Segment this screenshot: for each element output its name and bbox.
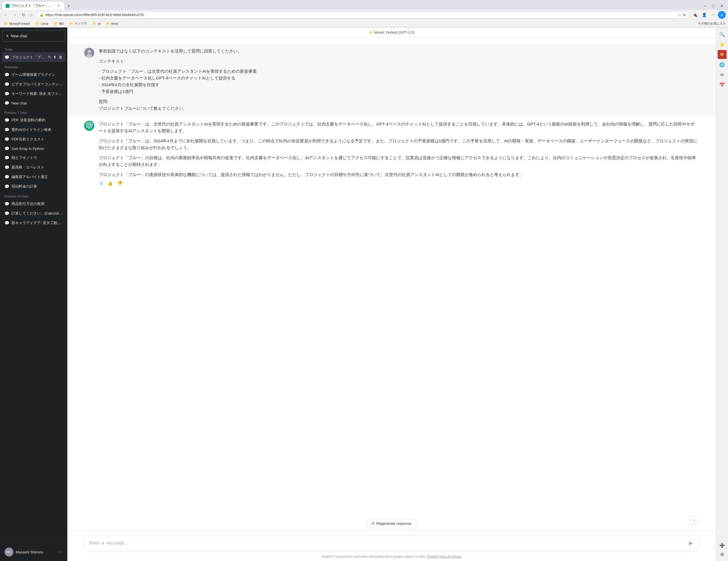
bookmark-item-ms[interactable]: 📁 MS: [52, 21, 66, 26]
chat-item-chara[interactable]: 💬 新キャラアイデア: 宮大工動物王子: [2, 218, 65, 228]
chat-actions: ✎ ⬆ 🗑: [47, 54, 63, 60]
copy-message-button[interactable]: ⧉: [99, 180, 104, 186]
chat-item-proj-blue[interactable]: 💬 プロジェクト「ブルー」概要 ✎ ⬆ 🗑: [2, 52, 65, 62]
chat-item-mountain[interactable]: 💬 最高峰：エベレスト: [2, 162, 65, 172]
chat-item-lodging[interactable]: 💬 宿泊料金の計算: [2, 182, 65, 191]
web-icon[interactable]: 🌐: [718, 60, 727, 69]
star-icon[interactable]: ☆: [678, 13, 681, 17]
chat-label: ビデオプロバイダーコンテンツ取得: [12, 82, 63, 87]
delete-button[interactable]: 🗑: [58, 54, 63, 60]
tab-close-button[interactable]: ✕: [56, 4, 61, 8]
right-sidebar-bottom: ➕ ⚙: [718, 541, 727, 559]
user-message-context-label: コンテキスト:: [99, 58, 699, 65]
split-icon[interactable]: ⧉: [683, 13, 686, 17]
main-wrapper: ⚡ Model: Default (GPT-3.5): [67, 28, 716, 561]
chat-icon: 💬: [4, 127, 9, 132]
thumbs-down-button[interactable]: 👎: [116, 180, 124, 186]
extensions-button[interactable]: 🔌: [691, 11, 699, 19]
main-chat: ⚡ Model: Default (GPT-3.5): [67, 28, 716, 561]
send-button[interactable]: ▶: [688, 539, 694, 547]
share-button[interactable]: ⬆: [53, 54, 57, 60]
user-message-line1: 事前知識ではなく以下のコンテキストを活用して質問に回答してください。: [99, 48, 699, 54]
address-bar[interactable]: 🔒 https://chat.openai.com/c/f8fec805-b16…: [36, 11, 689, 19]
model-label: Model: Default (GPT-3.5): [374, 30, 415, 35]
chat-icon: 💬: [4, 118, 9, 122]
lightning-icon: ⚡: [368, 30, 373, 35]
chat-item-discount[interactable]: 💬 商品割引方法の推測: [2, 199, 65, 208]
assistant-para1: プロジェクト「ブルー」は、次世代の社員アシスタントAIを実現するための新規事業で…: [99, 121, 699, 134]
user-info[interactable]: MS Masashi Shimizu ⋯: [2, 545, 65, 559]
add-icon[interactable]: ➕: [718, 541, 727, 550]
assistant-message-content: プロジェクト「ブルー」は、次世代の社員アシスタントAIを実現するための新規事業で…: [99, 121, 699, 178]
section-label-prev7: Previous 7 Days: [2, 107, 65, 115]
home-button[interactable]: ⌂: [29, 12, 34, 18]
chat-item-ai-guideline[interactable]: 💬 要約AIガイドライン発表: [2, 125, 65, 134]
mail-icon[interactable]: ✉: [718, 70, 727, 79]
bookmark-item-infra[interactable]: 📁 インフラ: [68, 21, 89, 26]
chat-item-sakura[interactable]: 💬 桜とフキノトウ: [2, 153, 65, 162]
active-tab[interactable]: プロジェクト「ブルー」概要 ✕: [2, 2, 64, 10]
user-menu-icon[interactable]: ⋯: [59, 550, 63, 554]
bookmark-item-temp[interactable]: 📁 temp: [104, 21, 120, 26]
bookmarks-other[interactable]: その他のお気に入り: [698, 21, 726, 26]
chat-label: New chat: [12, 101, 63, 105]
right-sidebar: 🔍 ⭐ 🎨 🌐 ✉ 📅 ➕ ⚙: [716, 28, 728, 561]
user-name: Masashi Shimizu: [16, 550, 57, 554]
regenerate-button[interactable]: ↺ Regenerate response: [367, 519, 416, 528]
chat-item-calculate[interactable]: 💬 計算してください。(Calculate, pl…: [2, 208, 65, 218]
settings-icon[interactable]: ⚙: [718, 550, 727, 559]
sidebar-top: + New chat: [0, 28, 67, 44]
chat-label: キーワード検索: 清水 光ファイバー: [12, 91, 63, 96]
refresh-button[interactable]: ↻: [20, 12, 27, 18]
collections-icon[interactable]: 🎨: [718, 50, 727, 59]
bookmark-item-moneyforward[interactable]: 📁 MoneyForward: [2, 21, 31, 26]
forward-button[interactable]: →: [11, 12, 19, 18]
assistant-message-wrapper: プロジェクト「ブルー」は、次世代の社員アシスタントAIを実現するための新規事業で…: [99, 121, 699, 186]
footer-link[interactable]: ChatGPT May 24 Version: [427, 555, 462, 558]
tab-favicon: [6, 4, 10, 8]
search-icon-right[interactable]: 🔍: [718, 30, 727, 39]
input-area: ▶: [67, 530, 716, 553]
chat-item-sort-array[interactable]: 💬 Sort Array in Python: [2, 144, 65, 153]
maximize-button[interactable]: □: [710, 3, 717, 9]
star-icon-right[interactable]: ⭐: [718, 40, 727, 49]
chat-item-editorial[interactable]: 💬 編集部アルバイト適正: [2, 172, 65, 182]
chat-item-pdf-analysis[interactable]: 💬 PDF分析リクエスト: [2, 134, 65, 144]
thumbs-up-button[interactable]: 👍: [106, 180, 114, 186]
chat-label: 計算してください。(Calculate, pl…: [12, 211, 63, 216]
bookmark-item-ai[interactable]: 📁 ai: [91, 21, 102, 26]
calendar-icon[interactable]: 📅: [718, 80, 727, 89]
back-button[interactable]: ←: [2, 12, 10, 18]
chat-item-game-search[interactable]: 💬 ゲーム情報検索プラグイン: [2, 70, 65, 79]
minimize-button[interactable]: ─: [702, 3, 709, 9]
chat-header: ⚡ Model: Default (GPT-3.5): [67, 28, 716, 38]
scroll-down-button[interactable]: ↓: [690, 516, 699, 525]
chat-item-pdf-summary[interactable]: 💬 PDF 決算資料の要約: [2, 115, 65, 125]
avatar-initials: MS: [7, 550, 12, 554]
url-text: https://chat.openai.com/c/f8fec805-b16f-…: [45, 13, 676, 17]
chat-icon: 💬: [4, 101, 9, 105]
bookmark-item-local[interactable]: 📁 Local: [34, 21, 50, 26]
new-tab-button[interactable]: +: [65, 2, 72, 10]
chat-item-keyword-search[interactable]: 💬 キーワード検索: 清水 光ファイバー: [2, 89, 65, 98]
chat-item-new-chat[interactable]: 💬 New chat: [2, 98, 65, 107]
close-window-button[interactable]: ✕: [718, 3, 726, 9]
profile-button[interactable]: 👤: [700, 11, 708, 19]
nav-actions: 🔌 👤 ⋯ e: [691, 11, 726, 19]
assistant-message: プロジェクト「ブルー」は、次世代の社員アシスタントAIを実現するための新規事業で…: [67, 116, 716, 191]
message-input[interactable]: [89, 541, 686, 546]
new-chat-button[interactable]: + New chat: [2, 30, 65, 42]
nav-bar: ← → ↻ ⌂ 🔒 https://chat.openai.com/c/f8fe…: [0, 10, 728, 20]
edit-button[interactable]: ✎: [47, 54, 52, 60]
browser-menu-button[interactable]: ⋯: [709, 11, 717, 19]
chat-item-video-provider[interactable]: 💬 ビデオプロバイダーコンテンツ取得: [2, 79, 65, 89]
chat-label: ゲーム情報検索プラグイン: [12, 72, 63, 77]
chat-icon: 💬: [4, 165, 9, 169]
chat-label: PDF分析リクエスト: [12, 137, 63, 142]
user-avatar-image: [84, 48, 94, 58]
user-message-avatar: [84, 48, 94, 58]
user-message-wrapper: 事前知識ではなく以下のコンテキストを活用して質問に回答してください。 コンテキス…: [99, 48, 699, 112]
chat-icon: 💬: [4, 72, 9, 77]
sidebar-list: Today 💬 プロジェクト「ブルー」概要 ✎ ⬆ 🗑 Yesterday 💬 …: [0, 44, 67, 543]
browser-chrome: プロジェクト「ブルー」概要 ✕ + ─ □ ✕ ← → ↻ ⌂ 🔒 https:…: [0, 0, 728, 28]
